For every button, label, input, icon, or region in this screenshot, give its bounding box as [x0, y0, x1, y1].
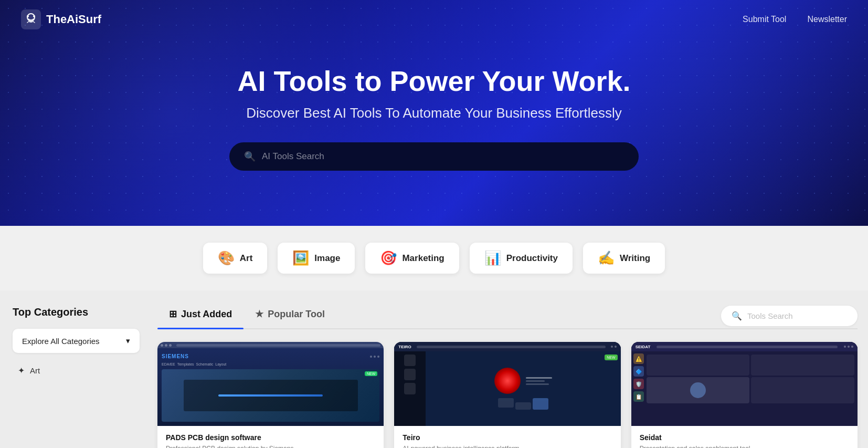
category-art-label: Art — [240, 253, 253, 264]
hero-subtitle: Discover Best AI Tools To Automate Your … — [21, 105, 847, 121]
dropdown-label: Explore All Categories — [22, 337, 100, 346]
hero-content: AI Tools to Power Your Work. Discover Be… — [21, 66, 847, 171]
teiro-topbar: TEIRO — [394, 342, 620, 351]
tools-search-bar: 🔍 — [721, 306, 858, 326]
sidebar-title: Top Categories — [13, 306, 140, 318]
card-thumbnail-teiro: TEIRO — [394, 342, 620, 426]
marketing-icon: 🎯 — [380, 250, 397, 266]
logo-icon — [21, 9, 41, 29]
main-content: Top Categories Explore All Categories ▾ … — [0, 290, 868, 448]
category-image-label: Image — [314, 253, 340, 264]
seidat-icon-2: 🔷 — [633, 366, 644, 377]
tools-search-input[interactable] — [747, 311, 847, 320]
teiro-main-area: NEW — [426, 351, 620, 426]
just-added-icon: ⊞ — [169, 308, 177, 320]
seidat-body: ⚠️ 🔷 🛡️ 📋 — [631, 351, 858, 426]
image-icon: 🖼️ — [292, 250, 309, 266]
logo-text: TheAiSurf — [46, 13, 101, 26]
seidat-icon-1: ⚠️ — [633, 353, 644, 364]
teiro-body: NEW — [394, 351, 620, 426]
tool-card-teiro[interactable]: TEIRO — [394, 342, 620, 448]
explore-all-categories-dropdown[interactable]: Explore All Categories ▾ — [13, 329, 140, 353]
art-sidebar-icon: ✦ — [18, 366, 25, 376]
tab-just-added[interactable]: ⊞ Just Added — [157, 303, 244, 328]
seidat-topbar: SEIDAT — [631, 342, 858, 351]
navbar: TheAiSurf Submit Tool Newsletter — [0, 0, 868, 39]
svg-point-2 — [27, 15, 29, 17]
sidebar-item-art[interactable]: ✦ Art — [13, 359, 140, 382]
browser-dot-2 — [165, 344, 167, 347]
card-body-seidat: Seidat Presentation and sales enablement… — [631, 426, 858, 448]
tools-section: ⊞ Just Added ★ Popular Tool 🔍 — [152, 290, 868, 448]
svg-rect-4 — [29, 21, 33, 23]
newsletter-link[interactable]: Newsletter — [807, 15, 847, 24]
seidat-icon-col: ⚠️ 🔷 🛡️ 📋 — [633, 353, 644, 424]
seidat-icon-4: 📋 — [633, 391, 644, 402]
svg-rect-0 — [21, 9, 41, 29]
browser-dot-3 — [169, 344, 172, 347]
category-productivity-label: Productivity — [506, 253, 558, 264]
card-desc-pads: Professional PCB design solution by Siem… — [166, 444, 375, 448]
hero-title: AI Tools to Power Your Work. — [21, 66, 847, 97]
card-thumbnail-seidat: SEIDAT ⚠️ — [631, 342, 858, 426]
card-body-teiro: Teiro AI-powered business intelligence p… — [394, 426, 620, 448]
teiro-circle-chart — [494, 368, 521, 394]
browser-chrome — [157, 342, 384, 348]
card-title-pads: PADS PCB design software — [166, 433, 375, 442]
teiro-sidebar-nav — [394, 351, 426, 426]
card-title-teiro: Teiro — [403, 433, 612, 442]
writing-icon: ✍️ — [598, 250, 615, 266]
card-desc-seidat: Presentation and sales enablement tool — [640, 444, 849, 448]
cards-grid: SIEMENS EDA/EE Templates Schema — [157, 342, 858, 448]
category-marketing[interactable]: 🎯 Marketing — [365, 243, 459, 274]
seidat-icon-3: 🛡️ — [633, 379, 644, 389]
hero-search-input[interactable] — [262, 151, 624, 162]
tools-header: ⊞ Just Added ★ Popular Tool 🔍 — [157, 303, 858, 329]
category-marketing-label: Marketing — [402, 253, 444, 264]
tool-card-seidat[interactable]: SEIDAT ⚠️ — [631, 342, 858, 448]
teiro-logo: TEIRO — [398, 345, 411, 349]
card-thumbnail-siemens: SIEMENS EDA/EE Templates Schema — [157, 342, 384, 426]
popular-tool-icon: ★ — [255, 308, 263, 320]
sidebar: Top Categories Explore All Categories ▾ … — [0, 290, 152, 448]
card-body-pads: PADS PCB design software Professional PC… — [157, 426, 384, 448]
svg-point-3 — [33, 15, 35, 17]
seidat-logo: SEIDAT — [636, 345, 651, 349]
submit-tool-link[interactable]: Submit Tool — [743, 15, 786, 24]
siemens-screenshot: SIEMENS EDA/EE Templates Schema — [157, 342, 384, 426]
category-writing-label: Writing — [620, 253, 650, 264]
seidat-screenshot: SEIDAT ⚠️ — [631, 342, 858, 426]
tab-popular-tool-label: Popular Tool — [268, 309, 325, 320]
category-art[interactable]: 🎨 Art — [203, 243, 268, 274]
art-icon: 🎨 — [218, 250, 235, 266]
browser-dot-1 — [161, 344, 163, 347]
teiro-content: TEIRO — [394, 342, 620, 426]
categories-bar: 🎨 Art 🖼️ Image 🎯 Marketing 📊 Productivit… — [0, 226, 868, 290]
category-writing[interactable]: ✍️ Writing — [583, 243, 665, 274]
nav-links: Submit Tool Newsletter — [743, 15, 847, 24]
sidebar-item-art-label: Art — [30, 366, 40, 375]
search-icon: 🔍 — [244, 151, 256, 162]
logo[interactable]: TheAiSurf — [21, 9, 101, 29]
chevron-down-icon: ▾ — [126, 336, 130, 346]
hero-search-bar: 🔍 — [229, 142, 639, 171]
teiro-new-badge: NEW — [605, 355, 617, 360]
tabs: ⊞ Just Added ★ Popular Tool — [157, 303, 336, 328]
card-desc-teiro: AI-powered business intelligence platfor… — [403, 444, 612, 448]
seidat-content: SEIDAT ⚠️ — [631, 342, 858, 426]
tools-search-icon: 🔍 — [732, 311, 742, 321]
teiro-screenshot: TEIRO — [394, 342, 620, 426]
category-image[interactable]: 🖼️ Image — [278, 243, 355, 274]
tool-card-pads-pcb[interactable]: SIEMENS EDA/EE Templates Schema — [157, 342, 384, 448]
category-productivity[interactable]: 📊 Productivity — [470, 243, 573, 274]
productivity-icon: 📊 — [484, 250, 501, 266]
card-title-seidat: Seidat — [640, 433, 849, 442]
tab-just-added-label: Just Added — [181, 309, 232, 320]
tab-popular-tool[interactable]: ★ Popular Tool — [244, 303, 336, 328]
